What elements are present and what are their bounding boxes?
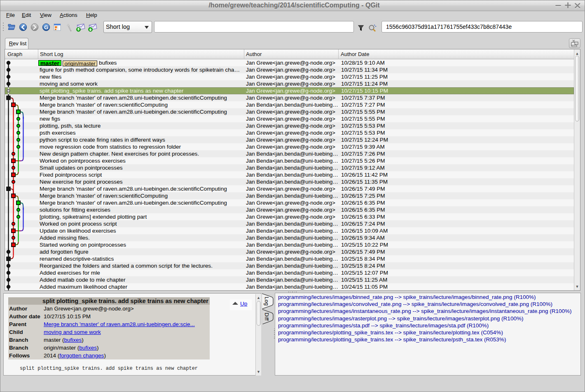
svg-text:Diff: Diff: [264, 313, 270, 321]
svg-text:G: G: [44, 24, 48, 30]
svg-text:Log: Log: [264, 297, 270, 306]
